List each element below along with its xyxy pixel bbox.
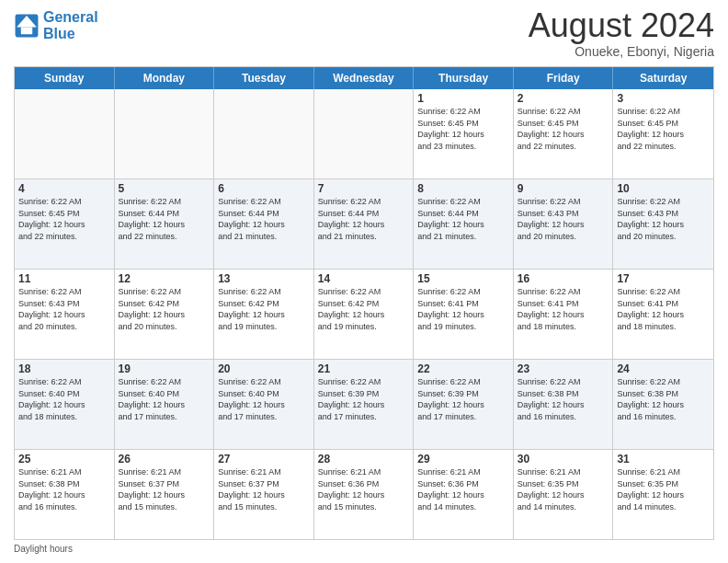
cell-detail: Sunrise: 6:22 AM Sunset: 6:43 PM Dayligh… (617, 196, 710, 242)
cell-detail: Sunrise: 6:21 AM Sunset: 6:36 PM Dayligh… (417, 466, 509, 512)
calendar-cell: 16Sunrise: 6:22 AM Sunset: 6:41 PM Dayli… (514, 270, 614, 359)
day-number: 26 (119, 453, 210, 465)
day-number: 30 (518, 453, 609, 465)
day-number: 19 (119, 362, 210, 375)
day-number: 21 (318, 362, 410, 375)
calendar-cell: 17Sunrise: 6:22 AM Sunset: 6:41 PM Dayli… (613, 270, 713, 359)
calendar-cell: 27Sunrise: 6:21 AM Sunset: 6:37 PM Dayli… (214, 450, 314, 539)
calendar: SundayMondayTuesdayWednesdayThursdayFrid… (14, 66, 714, 540)
calendar-header: SundayMondayTuesdayWednesdayThursdayFrid… (15, 67, 713, 89)
cell-detail: Sunrise: 6:21 AM Sunset: 6:37 PM Dayligh… (218, 466, 310, 512)
day-number: 20 (218, 362, 310, 375)
cal-header-cell-tuesday: Tuesday (214, 67, 314, 89)
cal-header-cell-thursday: Thursday (414, 67, 514, 89)
cell-detail: Sunrise: 6:21 AM Sunset: 6:36 PM Dayligh… (318, 466, 410, 512)
calendar-cell: 21Sunrise: 6:22 AM Sunset: 6:39 PM Dayli… (314, 360, 415, 449)
day-number: 17 (617, 272, 710, 285)
calendar-cell: 29Sunrise: 6:21 AM Sunset: 6:36 PM Dayli… (414, 450, 514, 539)
calendar-cell (115, 89, 215, 178)
cell-detail: Sunrise: 6:22 AM Sunset: 6:42 PM Dayligh… (318, 286, 410, 332)
cal-header-cell-friday: Friday (514, 67, 614, 89)
calendar-cell: 20Sunrise: 6:22 AM Sunset: 6:40 PM Dayli… (214, 360, 314, 449)
calendar-cell: 30Sunrise: 6:21 AM Sunset: 6:35 PM Dayli… (514, 450, 614, 539)
calendar-cell: 11Sunrise: 6:22 AM Sunset: 6:43 PM Dayli… (15, 270, 115, 359)
svg-rect-2 (21, 27, 32, 34)
calendar-cell: 18Sunrise: 6:22 AM Sunset: 6:40 PM Dayli… (15, 360, 115, 449)
cell-detail: Sunrise: 6:22 AM Sunset: 6:45 PM Dayligh… (617, 106, 710, 152)
calendar-body: 1Sunrise: 6:22 AM Sunset: 6:45 PM Daylig… (15, 89, 713, 539)
cell-detail: Sunrise: 6:22 AM Sunset: 6:45 PM Dayligh… (18, 196, 110, 242)
cell-detail: Sunrise: 6:22 AM Sunset: 6:42 PM Dayligh… (218, 286, 310, 332)
cell-detail: Sunrise: 6:22 AM Sunset: 6:39 PM Dayligh… (318, 376, 410, 422)
calendar-cell: 9Sunrise: 6:22 AM Sunset: 6:43 PM Daylig… (514, 179, 614, 269)
calendar-cell: 13Sunrise: 6:22 AM Sunset: 6:42 PM Dayli… (214, 270, 314, 359)
calendar-cell: 12Sunrise: 6:22 AM Sunset: 6:42 PM Dayli… (115, 270, 215, 359)
month-year: August 2024 (529, 9, 714, 42)
cell-detail: Sunrise: 6:22 AM Sunset: 6:44 PM Dayligh… (318, 196, 410, 242)
calendar-cell (214, 89, 314, 178)
day-number: 31 (617, 453, 710, 465)
calendar-cell: 5Sunrise: 6:22 AM Sunset: 6:44 PM Daylig… (115, 179, 215, 269)
cell-detail: Sunrise: 6:22 AM Sunset: 6:44 PM Dayligh… (119, 196, 210, 242)
day-number: 22 (417, 362, 509, 375)
day-number: 10 (617, 182, 710, 195)
day-number: 18 (18, 362, 110, 375)
calendar-row: 1Sunrise: 6:22 AM Sunset: 6:45 PM Daylig… (15, 89, 713, 178)
day-number: 24 (617, 362, 710, 375)
cell-detail: Sunrise: 6:22 AM Sunset: 6:38 PM Dayligh… (617, 376, 710, 422)
cell-detail: Sunrise: 6:22 AM Sunset: 6:45 PM Dayligh… (518, 106, 609, 152)
calendar-cell: 8Sunrise: 6:22 AM Sunset: 6:44 PM Daylig… (414, 179, 514, 269)
day-number: 23 (518, 362, 609, 375)
calendar-cell: 22Sunrise: 6:22 AM Sunset: 6:39 PM Dayli… (414, 360, 514, 449)
logo: General Blue (14, 9, 98, 41)
day-number: 4 (18, 182, 110, 195)
calendar-cell (314, 89, 415, 178)
cell-detail: Sunrise: 6:22 AM Sunset: 6:43 PM Dayligh… (518, 196, 609, 242)
footer-note: Daylight hours (14, 544, 714, 554)
calendar-cell: 7Sunrise: 6:22 AM Sunset: 6:44 PM Daylig… (314, 179, 415, 269)
cal-header-cell-monday: Monday (115, 67, 215, 89)
day-number: 11 (18, 272, 110, 285)
calendar-cell: 24Sunrise: 6:22 AM Sunset: 6:38 PM Dayli… (613, 360, 713, 449)
cell-detail: Sunrise: 6:22 AM Sunset: 6:41 PM Dayligh… (617, 286, 710, 332)
cal-header-cell-wednesday: Wednesday (314, 67, 415, 89)
calendar-cell: 4Sunrise: 6:22 AM Sunset: 6:45 PM Daylig… (15, 179, 115, 269)
cal-header-cell-saturday: Saturday (613, 67, 713, 89)
day-number: 13 (218, 272, 310, 285)
day-number: 6 (218, 182, 310, 195)
day-number: 1 (417, 92, 509, 105)
calendar-cell: 23Sunrise: 6:22 AM Sunset: 6:38 PM Dayli… (514, 360, 614, 449)
cell-detail: Sunrise: 6:21 AM Sunset: 6:35 PM Dayligh… (518, 466, 609, 512)
logo-line2: Blue (43, 26, 98, 42)
cell-detail: Sunrise: 6:22 AM Sunset: 6:44 PM Dayligh… (417, 196, 509, 242)
calendar-row: 18Sunrise: 6:22 AM Sunset: 6:40 PM Dayli… (15, 359, 713, 449)
day-number: 25 (18, 453, 110, 465)
logo-line1: General (43, 9, 98, 26)
cell-detail: Sunrise: 6:22 AM Sunset: 6:42 PM Dayligh… (119, 286, 210, 332)
day-number: 29 (417, 453, 509, 465)
header: General Blue August 2024 Onueke, Ebonyi,… (14, 9, 714, 59)
day-number: 9 (518, 182, 609, 195)
calendar-cell: 3Sunrise: 6:22 AM Sunset: 6:45 PM Daylig… (613, 89, 713, 178)
cell-detail: Sunrise: 6:21 AM Sunset: 6:35 PM Dayligh… (617, 466, 710, 512)
cell-detail: Sunrise: 6:22 AM Sunset: 6:41 PM Dayligh… (518, 286, 609, 332)
calendar-row: 4Sunrise: 6:22 AM Sunset: 6:45 PM Daylig… (15, 178, 713, 269)
cell-detail: Sunrise: 6:22 AM Sunset: 6:39 PM Dayligh… (417, 376, 509, 422)
calendar-cell: 31Sunrise: 6:21 AM Sunset: 6:35 PM Dayli… (613, 450, 713, 539)
calendar-row: 25Sunrise: 6:21 AM Sunset: 6:38 PM Dayli… (15, 449, 713, 539)
day-number: 5 (119, 182, 210, 195)
calendar-cell: 26Sunrise: 6:21 AM Sunset: 6:37 PM Dayli… (115, 450, 215, 539)
location: Onueke, Ebonyi, Nigeria (529, 44, 714, 59)
day-number: 14 (318, 272, 410, 285)
cell-detail: Sunrise: 6:22 AM Sunset: 6:45 PM Dayligh… (417, 106, 509, 152)
day-number: 7 (318, 182, 410, 195)
day-number: 16 (518, 272, 609, 285)
day-number: 15 (417, 272, 509, 285)
cell-detail: Sunrise: 6:22 AM Sunset: 6:40 PM Dayligh… (218, 376, 310, 422)
calendar-cell: 15Sunrise: 6:22 AM Sunset: 6:41 PM Dayli… (414, 270, 514, 359)
calendar-cell: 1Sunrise: 6:22 AM Sunset: 6:45 PM Daylig… (414, 89, 514, 178)
day-number: 2 (518, 92, 609, 105)
cell-detail: Sunrise: 6:22 AM Sunset: 6:40 PM Dayligh… (18, 376, 110, 422)
cell-detail: Sunrise: 6:21 AM Sunset: 6:38 PM Dayligh… (18, 466, 110, 512)
cell-detail: Sunrise: 6:22 AM Sunset: 6:38 PM Dayligh… (518, 376, 609, 422)
